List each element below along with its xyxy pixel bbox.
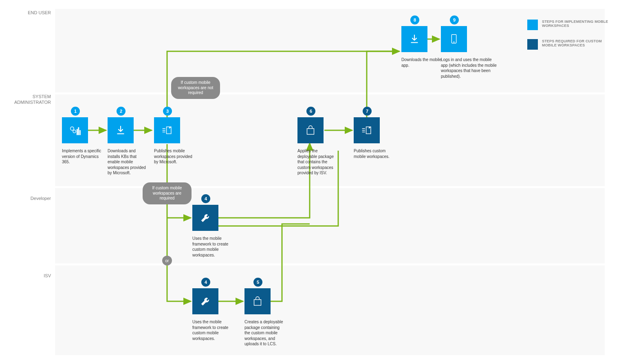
lane-label-isv: ISV — [12, 273, 51, 278]
step-1-badge: 1 — [71, 107, 80, 116]
decision-or: or — [162, 256, 172, 265]
step-8: 8 Downloads the mobile app. — [401, 26, 434, 68]
legend-custom: STEPS REQUIRED FOR CUSTOM MOBILE WORKSPA… — [527, 39, 609, 50]
legend-impl-label: STEPS FOR IMPLEMENTING MOBLE WORKSPACES — [542, 20, 609, 30]
svg-rect-10 — [78, 127, 79, 135]
download-icon — [401, 26, 427, 52]
package-icon — [297, 117, 324, 143]
step-2-caption: Downloads and installs KBs that enable m… — [108, 148, 148, 176]
step-9-caption: Logs in and uses the mobile app (which i… — [441, 57, 498, 79]
step-8-badge: 8 — [410, 15, 419, 24]
publish-icon — [154, 117, 180, 143]
svg-rect-16 — [366, 127, 371, 134]
legend-swatch-light — [527, 20, 538, 30]
step-6: 6 Applies the deployable package that co… — [297, 117, 330, 176]
wrench-icon — [192, 288, 218, 314]
legend-impl: STEPS FOR IMPLEMENTING MOBLE WORKSPACES — [527, 20, 609, 30]
step-7-caption: Publishes custom mobile workspaces. — [354, 148, 394, 159]
legend-swatch-dark — [527, 39, 538, 50]
step-5-caption: Creates a deployable package containing … — [244, 319, 285, 347]
step-6-caption: Applies the deployable package that cont… — [297, 148, 338, 176]
gear-chart-icon — [62, 117, 88, 143]
legend: STEPS FOR IMPLEMENTING MOBLE WORKSPACES … — [527, 20, 609, 59]
step-5: 5 Creates a deployable package containin… — [244, 288, 277, 347]
decision-not-required: If custom mobile workspaces are not requ… — [171, 77, 220, 99]
step-8-caption: Downloads the mobile app. — [401, 57, 442, 68]
mobile-icon — [441, 26, 467, 52]
svg-rect-15 — [307, 129, 314, 134]
lane-developer — [55, 188, 605, 263]
step-6-badge: 6 — [306, 107, 315, 116]
step-4-isv: 4 Uses the mobile framework to create cu… — [192, 288, 225, 341]
svg-rect-11 — [79, 130, 80, 135]
step-7: 7 Publishes custom mobile workspaces. — [354, 117, 386, 159]
step-9-badge: 9 — [450, 15, 459, 24]
step-7-badge: 7 — [363, 107, 372, 116]
decision-required: If custom mobile workspaces are required — [143, 182, 192, 204]
step-4a-caption: Uses the mobile framework to create cust… — [192, 236, 233, 258]
svg-point-7 — [70, 127, 74, 131]
publish-icon — [354, 117, 380, 143]
step-4b-badge: 4 — [201, 278, 210, 287]
diagram-canvas: END USER SYSTEM ADMINISTRATOR Developer … — [0, 0, 621, 364]
legend-custom-label: STEPS REQUIRED FOR CUSTOM MOBILE WORKSPA… — [542, 39, 609, 50]
step-3-badge: 3 — [163, 107, 172, 116]
step-9: 9 Logs in and uses the mobile app (which… — [441, 26, 473, 79]
svg-rect-9 — [77, 129, 77, 135]
step-2: 2 Downloads and installs KBs that enable… — [108, 117, 140, 176]
lane-isv — [55, 265, 605, 355]
package-icon — [244, 288, 271, 314]
svg-point-19 — [454, 42, 454, 42]
lane-label-sysadmin: SYSTEM ADMINISTRATOR — [12, 94, 51, 105]
svg-rect-13 — [167, 127, 171, 134]
step-1: 1 Implements a specific version of Dynam… — [62, 117, 95, 165]
download-icon — [108, 117, 134, 143]
step-5-badge: 5 — [253, 278, 262, 287]
step-3: 3 Publishes mobile workspaces provided b… — [154, 117, 187, 165]
lane-label-end-user: END USER — [12, 10, 51, 15]
step-3-caption: Publishes mobile workspaces provided by … — [154, 148, 195, 165]
svg-point-8 — [73, 130, 76, 133]
step-4-developer: 4 Uses the mobile framework to create cu… — [192, 205, 225, 258]
step-2-badge: 2 — [117, 107, 126, 116]
step-4a-badge: 4 — [201, 194, 210, 203]
svg-rect-14 — [254, 300, 261, 305]
step-4b-caption: Uses the mobile framework to create cust… — [192, 319, 233, 341]
lane-label-developer: Developer — [12, 195, 51, 201]
lane-end-user — [55, 9, 605, 92]
wrench-icon — [192, 205, 218, 231]
step-1-caption: Implements a specific version of Dynamic… — [62, 148, 103, 165]
